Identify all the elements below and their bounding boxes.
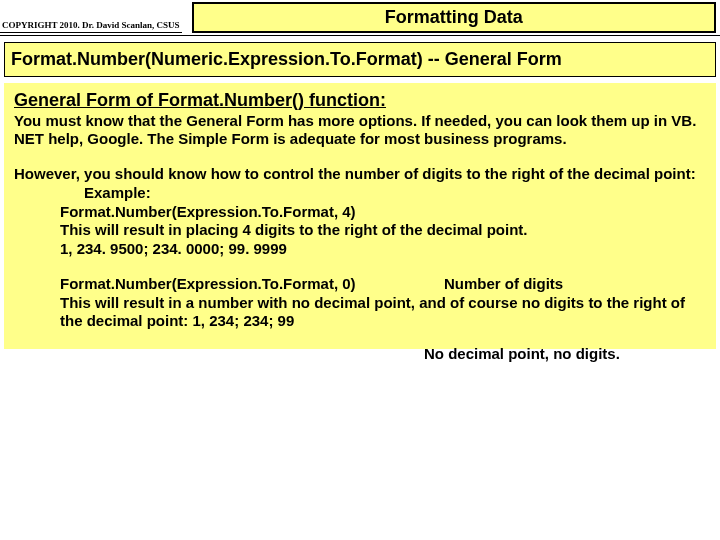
- example-code-2: Format.Number(Expression.To.Format, 0): [14, 275, 706, 294]
- annotation-no-decimal: No decimal point, no digits.: [424, 345, 620, 364]
- paragraph-result-2: This will result in a number with no dec…: [14, 294, 706, 332]
- subtitle-bar: Format.Number(Numeric.Expression.To.Form…: [4, 42, 716, 77]
- page-title: Formatting Data: [192, 2, 716, 33]
- paragraph-control: However, you should know how to control …: [14, 165, 706, 184]
- content-panel: General Form of Format.Number() function…: [4, 83, 716, 349]
- example-label: Example:: [14, 184, 706, 203]
- annotation-number-of-digits: Number of digits: [444, 275, 563, 294]
- example-code-1: Format.Number(Expression.To.Format, 4): [14, 203, 706, 222]
- paragraph-values-1: 1, 234. 9500; 234. 0000; 99. 9999: [14, 240, 706, 259]
- content-heading: General Form of Format.Number() function…: [14, 89, 706, 112]
- paragraph-result-1: This will result in placing 4 digits to …: [14, 221, 706, 240]
- copyright-text: COPYRIGHT 2010. Dr. David Scanlan, CSUS: [0, 2, 182, 33]
- paragraph-intro: You must know that the General Form has …: [14, 112, 706, 150]
- header-row: COPYRIGHT 2010. Dr. David Scanlan, CSUS …: [0, 2, 720, 36]
